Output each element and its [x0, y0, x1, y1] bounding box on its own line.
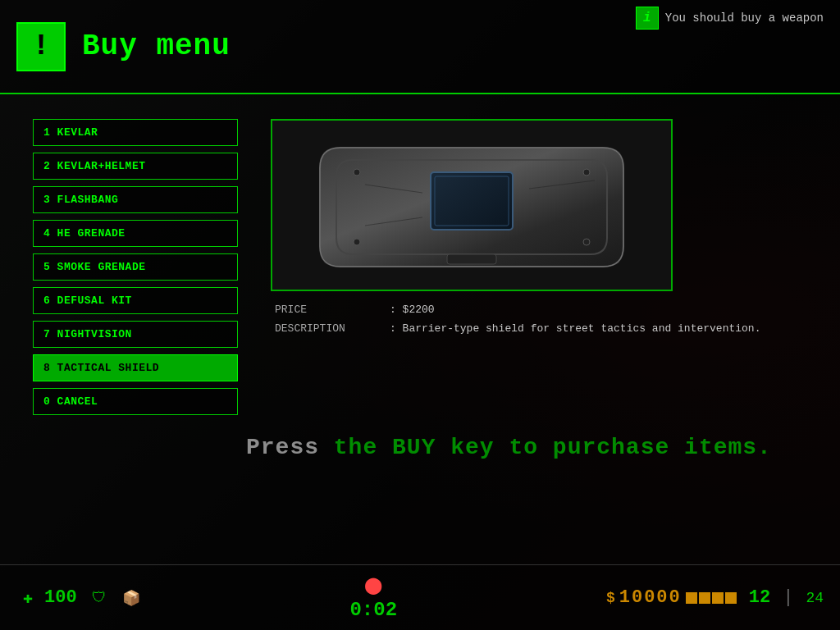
money-value: 10000: [619, 587, 682, 608]
item-image-box: [271, 119, 673, 291]
menu-item-nightvision[interactable]: 7 NIGHTVISION: [33, 321, 238, 348]
price-value: : $2200: [390, 304, 435, 316]
notification-bar: i You should buy a weapon: [636, 7, 824, 30]
description-value: : Barrier-type shield for street tactics…: [390, 322, 760, 335]
money-box-4: [725, 592, 737, 604]
shield-image: [316, 127, 628, 283]
dollar-sign: $: [606, 590, 615, 606]
svg-rect-0: [431, 172, 513, 230]
menu-item-kevlar[interactable]: 1 KEVLAR: [33, 119, 238, 146]
money-boxes: [686, 592, 737, 604]
description-label: DESCRIPTION: [275, 322, 381, 335]
svg-point-4: [354, 239, 360, 245]
money-box-1: [686, 592, 697, 604]
ammo-reserve: 24: [806, 590, 824, 606]
armor-icon: 🛡: [89, 588, 109, 608]
price-row: PRICE : $2200: [275, 304, 803, 316]
description-row: DESCRIPTION : Barrier-type shield for st…: [275, 322, 803, 335]
hud-left: ✚ 100 🛡 📦: [16, 587, 141, 609]
health-value: 100: [44, 587, 77, 608]
menu-item-smoke-grenade[interactable]: 5 SMOKE GRENADE: [33, 253, 238, 281]
hud-bar: ✚ 100 🛡 📦 ⬤ 0:02 $ 10000 12 | 24: [0, 564, 840, 630]
menu-item-tactical-shield[interactable]: 8 TACTICAL SHIELD: [33, 354, 238, 381]
svg-point-5: [583, 239, 590, 245]
ammo-current: 12: [749, 587, 770, 608]
menu-overlay: 1 KEVLAR 2 KEVLAR+HELMET 3 FLASHBANG 4 H…: [0, 94, 840, 564]
menu-item-he-grenade[interactable]: 4 HE GRENADE: [33, 220, 238, 247]
menu-items-list: 1 KEVLAR 2 KEVLAR+HELMET 3 FLASHBANG 4 H…: [33, 119, 238, 540]
item-info-section: PRICE : $2200 DESCRIPTION : Barrier-type…: [271, 304, 807, 335]
bomb-icon: ⬤: [364, 575, 382, 596]
item-detail-panel: PRICE : $2200 DESCRIPTION : Barrier-type…: [271, 119, 807, 540]
menu-item-kevlar-helmet[interactable]: 2 KEVLAR+HELMET: [33, 153, 238, 180]
money-box-2: [699, 592, 710, 604]
hud-center: ⬤ 0:02: [349, 575, 397, 621]
menu-item-flashbang[interactable]: 3 FLASHBANG: [33, 186, 238, 213]
price-label: PRICE: [275, 304, 381, 316]
svg-rect-9: [447, 254, 496, 264]
hud-right: $ 10000 12 | 24: [606, 587, 824, 608]
menu-item-cancel[interactable]: 0 CANCEL: [33, 388, 238, 415]
info-icon: i: [636, 7, 659, 30]
header-icon: !: [16, 22, 66, 71]
health-icon: ✚: [16, 587, 39, 609]
equipment-icon: 📦: [121, 588, 141, 608]
hud-money: $ 10000: [606, 587, 737, 608]
header-title: Buy menu: [82, 30, 231, 63]
notification-text: You should buy a weapon: [665, 11, 824, 25]
ammo-separator: |: [783, 587, 793, 608]
svg-point-3: [583, 169, 590, 176]
hud-timer: 0:02: [349, 599, 397, 621]
money-box-3: [712, 592, 724, 604]
hud-health: ✚ 100: [16, 587, 77, 609]
svg-point-2: [354, 169, 360, 176]
menu-item-defusal-kit[interactable]: 6 DEFUSAL KIT: [33, 287, 238, 314]
